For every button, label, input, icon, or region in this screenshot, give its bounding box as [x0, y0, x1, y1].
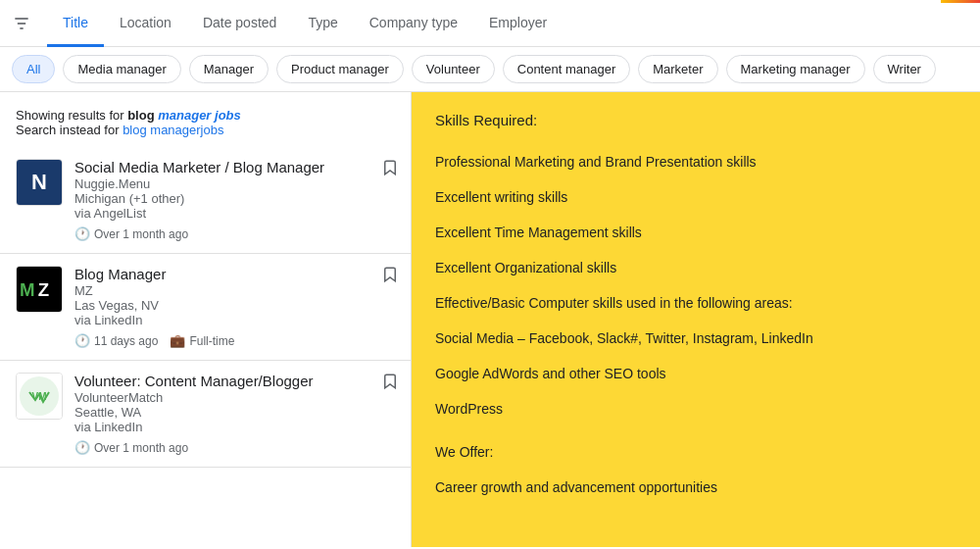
job-via-3: via LinkedIn — [74, 420, 395, 434]
svg-text:Z: Z — [38, 279, 49, 300]
nuggie-logo: N — [17, 160, 62, 205]
job-meta-1: 🕐 Over 1 month ago — [74, 226, 395, 241]
job-title-2: Blog Manager — [74, 266, 395, 282]
skill-item-6: Google AdWords and other SEO tools — [435, 356, 956, 391]
chip-media-manager[interactable]: Media manager — [63, 55, 180, 83]
company-logo-1: N — [16, 159, 63, 206]
skills-section: Skills Required: Professional Marketing … — [435, 112, 956, 505]
job-via-2: via LinkedIn — [74, 313, 395, 327]
job-info-1: Social Media Marketer / Blog Manager Nug… — [74, 159, 395, 241]
main-content: Showing results for blog manager jobs Se… — [0, 92, 980, 547]
job-type-2: 💼 Full-time — [170, 333, 234, 348]
tab-employer[interactable]: Employer — [473, 1, 563, 47]
company-name-3: VolunteerMatch — [74, 390, 395, 405]
briefcase-icon-2: 💼 — [170, 333, 185, 348]
results-header: Showing results for blog manager jobs Se… — [0, 104, 411, 147]
job-list-panel: Showing results for blog manager jobs Se… — [0, 92, 412, 547]
job-location-3: Seattle, WA — [74, 405, 395, 420]
loading-progress-bar — [941, 0, 980, 3]
chip-marketing-manager[interactable]: Marketing manager — [726, 55, 865, 83]
tab-date-posted[interactable]: Date posted — [187, 1, 293, 47]
job-via-1: via AngelList — [74, 206, 395, 221]
skills-title: Skills Required: — [435, 112, 956, 128]
job-location-1: Michigan (+1 other) — [74, 191, 395, 206]
clock-icon-1: 🕐 — [74, 226, 90, 241]
job-card-1[interactable]: N Social Media Marketer / Blog Manager N… — [0, 147, 411, 254]
job-meta-3: 🕐 Over 1 month ago — [74, 440, 395, 455]
skill-item-3: Excellent Organizational skills — [435, 250, 956, 285]
clock-icon-2: 🕐 — [74, 333, 90, 348]
alternate-search-link[interactable]: blog managerjobs — [122, 123, 223, 137]
job-meta-2: 🕐 11 days ago 💼 Full-time — [74, 333, 395, 348]
chip-all[interactable]: All — [12, 55, 55, 83]
skill-item-9: Career growth and advancement opportunit… — [435, 470, 956, 505]
filter-icon-button[interactable] — [12, 14, 31, 33]
time-ago-3: 🕐 Over 1 month ago — [74, 440, 188, 455]
chip-writer[interactable]: Writer — [873, 55, 936, 83]
job-detail-panel: Skills Required: Professional Marketing … — [412, 92, 980, 547]
job-location-2: Las Vegas, NV — [74, 298, 395, 313]
job-info-2: Blog Manager MZ Las Vegas, NV via Linked… — [74, 266, 395, 348]
chip-manager[interactable]: Manager — [189, 55, 269, 83]
svg-text:M: M — [20, 279, 35, 300]
job-card-2[interactable]: M Z Blog Manager MZ Las Vegas, NV via Li… — [0, 254, 411, 361]
job-title-3: Volunteer: Content Manager/Blogger — [74, 373, 395, 389]
filter-chips-row: All Media manager Manager Product manage… — [0, 47, 980, 92]
skill-item-1: Excellent writing skills — [435, 179, 956, 215]
company-name-1: Nuggie.Menu — [74, 176, 395, 191]
vm-logo: VM — [17, 374, 62, 419]
bookmark-button-1[interactable] — [381, 159, 399, 181]
skill-item-5: Social Media – Facebook, Slack#, Twitter… — [435, 321, 956, 356]
job-card-3[interactable]: VM Volunteer: Content Manager/Blogger Vo… — [0, 361, 411, 468]
company-logo-3: VM — [16, 373, 63, 420]
tab-location[interactable]: Location — [104, 1, 187, 47]
chip-marketer[interactable]: Marketer — [638, 55, 717, 83]
company-logo-2: M Z — [16, 266, 63, 313]
company-name-2: MZ — [74, 283, 395, 298]
skill-item-2: Excellent Time Management skills — [435, 215, 956, 250]
top-navigation: Title Location Date posted Type Company … — [0, 0, 980, 47]
bookmark-button-2[interactable] — [381, 266, 399, 288]
time-ago-2: 🕐 11 days ago — [74, 333, 158, 348]
chip-product-manager[interactable]: Product manager — [276, 55, 404, 83]
tab-title[interactable]: Title — [47, 1, 104, 47]
bookmark-button-3[interactable] — [381, 373, 399, 395]
chip-volunteer[interactable]: Volunteer — [412, 55, 495, 83]
skill-item-8: We Offer: — [435, 434, 956, 470]
tab-company-type[interactable]: Company type — [354, 1, 473, 47]
job-title-1: Social Media Marketer / Blog Manager — [74, 159, 395, 175]
job-info-3: Volunteer: Content Manager/Blogger Volun… — [74, 373, 395, 455]
tab-type[interactable]: Type — [292, 1, 353, 47]
skill-item-0: Professional Marketing and Brand Present… — [435, 144, 956, 179]
skill-item-4: Effective/Basic Computer skills used in … — [435, 285, 956, 321]
nav-tabs: Title Location Date posted Type Company … — [47, 0, 563, 46]
time-ago-1: 🕐 Over 1 month ago — [74, 226, 188, 241]
clock-icon-3: 🕐 — [74, 440, 90, 455]
chip-content-manager[interactable]: Content manager — [503, 55, 630, 83]
skill-item-7: WordPress — [435, 391, 956, 426]
mz-logo: M Z — [17, 267, 62, 312]
